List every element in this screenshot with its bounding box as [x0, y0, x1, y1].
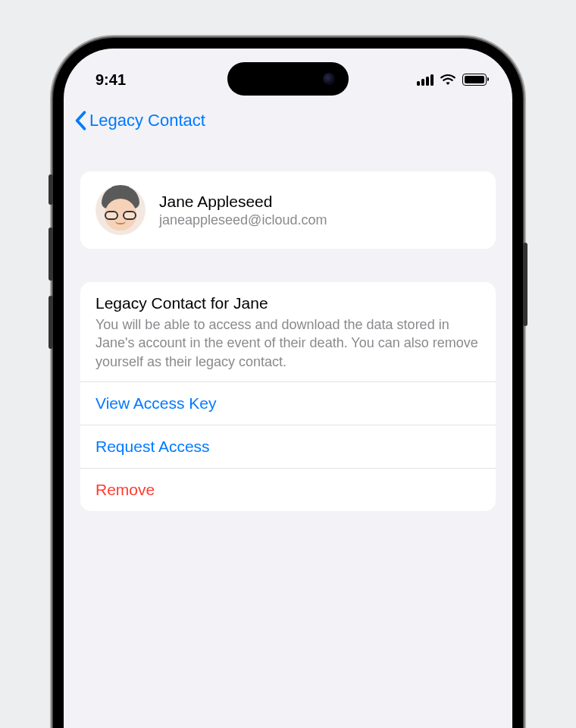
- silent-switch: [49, 174, 53, 205]
- nav-back-label[interactable]: Legacy Contact: [89, 111, 205, 130]
- contact-name: Jane Appleseed: [159, 191, 327, 212]
- screen: 9:41 Legacy Contact: [64, 49, 512, 728]
- contact-text: Jane Appleseed janeappleseed@icloud.com: [159, 191, 327, 230]
- status-right: [417, 74, 487, 86]
- volume-up-button: [49, 228, 53, 281]
- contact-card[interactable]: Jane Appleseed janeappleseed@icloud.com: [80, 171, 496, 249]
- nav-bar[interactable]: Legacy Contact: [64, 97, 512, 138]
- remove-button[interactable]: Remove: [80, 468, 496, 511]
- info-card: Legacy Contact for Jane You will be able…: [80, 282, 496, 511]
- wifi-icon: [440, 74, 456, 86]
- info-description: You will be able to access and download …: [95, 315, 481, 371]
- avatar: [95, 185, 146, 235]
- content-area: Jane Appleseed janeappleseed@icloud.com …: [64, 138, 512, 511]
- view-access-key-button[interactable]: View Access Key: [80, 381, 496, 425]
- power-button: [523, 243, 527, 326]
- back-chevron-icon[interactable]: [74, 111, 86, 130]
- battery-icon: [462, 74, 487, 86]
- volume-down-button: [49, 296, 53, 349]
- contact-email: janeappleseed@icloud.com: [159, 212, 327, 229]
- info-header: Legacy Contact for Jane You will be able…: [80, 282, 496, 381]
- info-title: Legacy Contact for Jane: [95, 294, 481, 312]
- phone-frame: 9:41 Legacy Contact: [53, 38, 523, 728]
- dynamic-island: [227, 62, 349, 96]
- status-time: 9:41: [95, 71, 126, 89]
- request-access-button[interactable]: Request Access: [80, 425, 496, 468]
- cellular-icon: [417, 74, 434, 86]
- front-camera: [323, 73, 335, 85]
